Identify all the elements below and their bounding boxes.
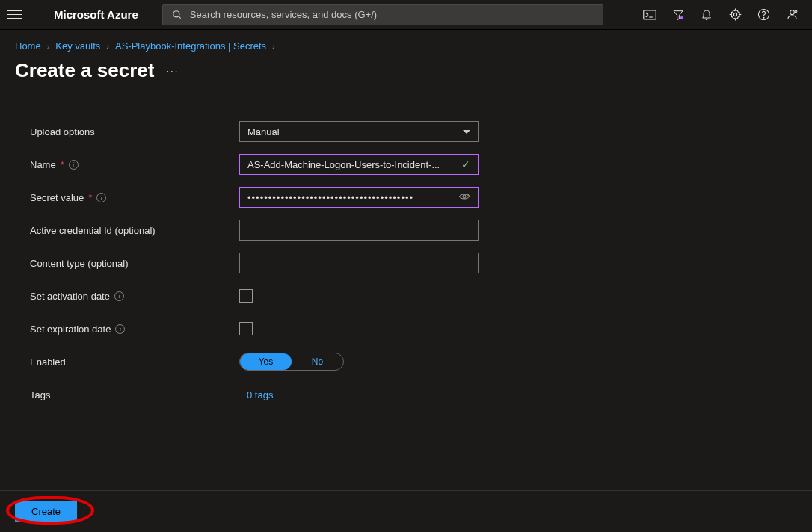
active-credential-id-input[interactable] bbox=[239, 220, 479, 241]
info-icon[interactable]: i bbox=[115, 324, 125, 334]
enabled-yes[interactable]: Yes bbox=[240, 353, 292, 370]
svg-rect-2 bbox=[644, 10, 656, 19]
chevron-right-icon: › bbox=[272, 42, 275, 51]
svg-point-7 bbox=[763, 17, 763, 18]
set-expiration-date-label: Set expiration date bbox=[30, 324, 111, 335]
cloud-shell-icon[interactable] bbox=[643, 8, 656, 22]
bottom-action-bar: Create bbox=[0, 490, 812, 532]
info-icon[interactable]: i bbox=[96, 193, 106, 202]
reveal-password-icon[interactable] bbox=[458, 191, 470, 203]
chevron-down-icon bbox=[463, 130, 470, 134]
global-search[interactable] bbox=[162, 4, 603, 25]
check-icon: ✓ bbox=[461, 158, 470, 170]
page-header: Create a secret ··· bbox=[0, 56, 812, 100]
menu-icon[interactable] bbox=[7, 10, 22, 19]
required-indicator: * bbox=[61, 159, 64, 170]
active-credential-id-label: Active credential Id (optional) bbox=[30, 225, 239, 236]
set-activation-date-checkbox[interactable] bbox=[239, 289, 253, 303]
secret-value-mask: •••••••••••••••••••••••••••••••••••••••• bbox=[247, 192, 413, 203]
upload-options-value: Manual bbox=[247, 126, 280, 137]
svg-point-0 bbox=[173, 10, 179, 16]
upload-options-label: Upload options bbox=[30, 126, 239, 137]
search-input[interactable] bbox=[190, 9, 595, 20]
chevron-right-icon: › bbox=[47, 42, 50, 51]
svg-point-9 bbox=[795, 10, 797, 13]
breadcrumb-keyvaults[interactable]: Key vaults bbox=[55, 40, 100, 52]
secret-value-label: Secret value bbox=[30, 192, 84, 203]
name-label: Name bbox=[30, 159, 56, 170]
top-bar: Microsoft Azure bbox=[0, 0, 812, 30]
page-title: Create a secret bbox=[15, 59, 154, 82]
name-value: AS-Add-Machine-Logon-Users-to-Incident-.… bbox=[247, 159, 440, 170]
create-secret-form: Upload options Manual Name * i AS-Add-Ma… bbox=[0, 100, 812, 426]
breadcrumb-home[interactable]: Home bbox=[15, 40, 41, 52]
set-expiration-date-checkbox[interactable] bbox=[239, 322, 253, 335]
topbar-actions bbox=[643, 8, 805, 22]
create-button[interactable]: Create bbox=[15, 501, 77, 522]
svg-point-5 bbox=[733, 13, 736, 16]
notifications-icon[interactable] bbox=[700, 8, 713, 22]
name-input[interactable]: AS-Add-Machine-Logon-Users-to-Incident-.… bbox=[239, 154, 479, 175]
enabled-no[interactable]: No bbox=[292, 353, 343, 370]
content-type-input[interactable] bbox=[239, 253, 479, 273]
help-icon[interactable] bbox=[757, 8, 770, 22]
upload-options-select[interactable]: Manual bbox=[239, 121, 479, 142]
svg-point-8 bbox=[790, 10, 794, 15]
info-icon[interactable]: i bbox=[114, 291, 124, 301]
tags-link[interactable]: 0 tags bbox=[239, 389, 273, 400]
svg-line-1 bbox=[179, 16, 181, 18]
feedback-icon[interactable] bbox=[785, 8, 799, 22]
required-indicator: * bbox=[88, 192, 92, 203]
tags-label: Tags bbox=[30, 389, 239, 400]
brand-label: Microsoft Azure bbox=[54, 8, 138, 21]
filter-icon[interactable] bbox=[671, 8, 685, 22]
settings-icon[interactable] bbox=[728, 8, 742, 22]
enabled-toggle[interactable]: Yes No bbox=[239, 353, 344, 371]
breadcrumb: Home › Key vaults › AS-Playbook-Integrat… bbox=[0, 30, 812, 56]
svg-point-10 bbox=[463, 195, 466, 198]
chevron-right-icon: › bbox=[106, 42, 109, 51]
set-activation-date-label: Set activation date bbox=[30, 291, 110, 302]
more-actions-icon[interactable]: ··· bbox=[166, 65, 179, 76]
enabled-label: Enabled bbox=[30, 356, 239, 368]
info-icon[interactable]: i bbox=[69, 160, 79, 170]
search-icon bbox=[170, 8, 184, 22]
svg-point-4 bbox=[680, 16, 683, 19]
breadcrumb-secrets[interactable]: AS-Playbook-Integrations | Secrets bbox=[115, 40, 266, 52]
secret-value-input[interactable]: •••••••••••••••••••••••••••••••••••••••• bbox=[239, 187, 479, 208]
content-type-label: Content type (optional) bbox=[30, 258, 239, 269]
